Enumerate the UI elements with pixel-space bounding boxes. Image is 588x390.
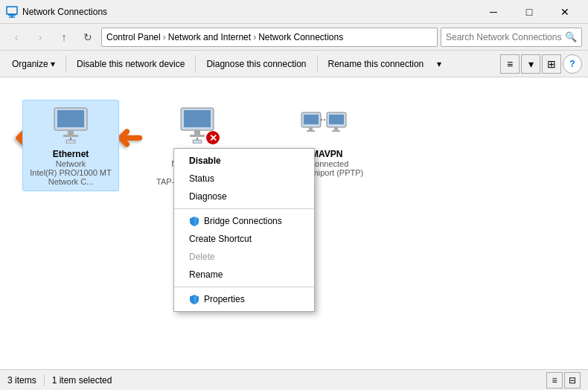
svg-rect-22: [334, 127, 338, 130]
ethernet-driver: Intel(R) PRO/1000 MT Network C...: [28, 168, 114, 186]
window-controls: ─ □ ✕: [476, 0, 582, 24]
svg-rect-7: [63, 135, 78, 137]
svg-rect-15: [193, 140, 202, 144]
bridge-shield-icon: [189, 216, 199, 226]
ctx-sep-1: [174, 208, 314, 209]
svg-rect-23: [332, 130, 340, 132]
view-dropdown-button[interactable]: ▾: [521, 54, 540, 74]
svg-rect-6: [68, 130, 74, 135]
diagnose-button[interactable]: Diagnose this connection: [200, 54, 312, 74]
ethernet-name: Ethernet: [28, 149, 114, 159]
svg-rect-13: [190, 135, 205, 137]
breadcrumb-network-connections: Network Connections: [258, 32, 343, 42]
toolbar-separator-3: [317, 55, 318, 73]
status-view-tiles[interactable]: ⊟: [564, 372, 581, 389]
organize-button[interactable]: Organize ▾: [6, 54, 61, 74]
ctx-bridge[interactable]: Bridge Connections: [174, 212, 314, 230]
toolbar-separator-1: [65, 55, 66, 73]
status-sep: [44, 374, 45, 386]
ethernet-info: Ethernet Network Intel(R) PRO/1000 MT Ne…: [28, 149, 114, 186]
svg-rect-17: [304, 115, 319, 124]
forward-button[interactable]: ›: [30, 27, 51, 48]
svg-rect-21: [329, 115, 344, 124]
ctx-disable[interactable]: Disable: [174, 152, 314, 170]
content-area: ➜ ➜ Ethernet Network Intel(R) PRO/1000 M…: [0, 77, 588, 369]
ctx-diagnose[interactable]: Diagnose: [174, 188, 314, 205]
view-tiles-button[interactable]: ⊞: [542, 54, 561, 74]
status-bar: 3 items 1 item selected ≡ ⊟: [0, 369, 588, 390]
svg-rect-1: [8, 14, 16, 16]
close-button[interactable]: ✕: [548, 0, 582, 24]
search-icon: 🔍: [565, 31, 577, 42]
svg-rect-5: [57, 110, 84, 127]
toolbar: Organize ▾ Disable this network device D…: [0, 51, 588, 77]
ethernet2-icon: ✕: [173, 105, 221, 146]
svg-rect-19: [307, 130, 315, 132]
ctx-status[interactable]: Status: [174, 170, 314, 188]
selected-count: 1 item selected: [52, 375, 112, 386]
refresh-button[interactable]: ↻: [77, 27, 98, 48]
breadcrumb-sep2: ›: [253, 32, 256, 42]
address-bar: ‹ › ↑ ↻ Control Panel › Network and Inte…: [0, 24, 588, 51]
search-box: 🔍: [441, 28, 582, 47]
breadcrumb[interactable]: Control Panel › Network and Internet › N…: [101, 28, 438, 47]
arrow-2: ➜: [115, 118, 143, 156]
ethernet-icon: [47, 105, 95, 146]
status-view-list[interactable]: ≡: [546, 372, 563, 389]
ethernet-status: Network: [28, 159, 114, 168]
item-count: 3 items: [7, 375, 36, 386]
breadcrumb-network-internet: Network and Internet: [168, 32, 251, 42]
disabled-overlay: ✕: [206, 131, 220, 144]
maximize-button[interactable]: □: [512, 0, 546, 24]
svg-rect-9: [66, 140, 75, 144]
disable-button[interactable]: Disable this network device: [71, 54, 191, 74]
hmavpn-icon: [300, 105, 348, 146]
svg-rect-0: [7, 7, 17, 14]
search-input[interactable]: [446, 32, 565, 42]
toolbar-separator-2: [195, 55, 196, 73]
status-view-buttons: ≡ ⊟: [546, 372, 581, 389]
rename-button[interactable]: Rename this connection: [322, 54, 430, 74]
svg-rect-12: [194, 130, 200, 135]
minimize-button[interactable]: ─: [476, 0, 511, 24]
up-button[interactable]: ↑: [54, 27, 74, 48]
ctx-properties[interactable]: Properties: [174, 290, 314, 308]
ctx-shortcut[interactable]: Create Shortcut: [174, 230, 314, 248]
ctx-delete[interactable]: Delete: [174, 248, 314, 266]
breadcrumb-sep1: ›: [163, 32, 166, 42]
more-button[interactable]: ▾: [431, 54, 447, 74]
ctx-sep-2: [174, 287, 314, 287]
title-bar: Network Connections ─ □ ✕: [0, 0, 588, 24]
svg-rect-18: [309, 127, 313, 130]
view-list-button[interactable]: ≡: [500, 54, 520, 74]
window-title: Network Connections: [22, 7, 476, 17]
context-menu: Disable Status Diagnose Bridge Connectio…: [173, 148, 315, 312]
ethernet-item[interactable]: Ethernet Network Intel(R) PRO/1000 MT Ne…: [22, 100, 119, 191]
back-button[interactable]: ‹: [6, 27, 27, 48]
view-buttons: ≡ ▾ ⊞ ?: [500, 54, 582, 74]
breadcrumb-control-panel: Control Panel: [106, 32, 161, 42]
ctx-rename[interactable]: Rename: [174, 266, 314, 284]
svg-rect-11: [184, 110, 211, 127]
properties-shield-icon: [189, 294, 199, 304]
window-icon: [6, 6, 18, 18]
help-button[interactable]: ?: [563, 54, 582, 74]
